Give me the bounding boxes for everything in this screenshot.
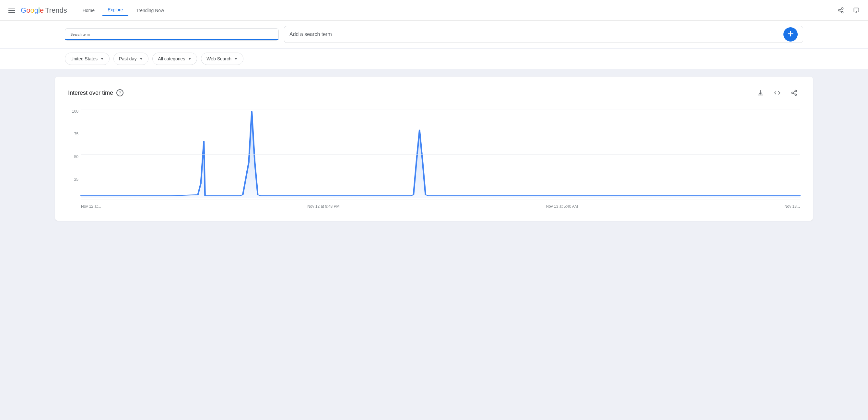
location-value: United States — [70, 56, 98, 61]
add-search-button[interactable] — [783, 27, 798, 41]
feedback-button[interactable] — [850, 4, 863, 17]
x-label-1: Nov 12 at... — [81, 204, 101, 209]
nav-home[interactable]: Home — [78, 5, 100, 16]
add-search-placeholder: Add a search term — [289, 31, 332, 37]
y-label-25: 25 — [74, 177, 79, 182]
grid-line-25 — [81, 177, 800, 177]
location-filter[interactable]: United States ▼ — [65, 53, 110, 65]
time-filter[interactable]: Past day ▼ — [114, 53, 149, 65]
main-nav: Home Explore Trending Now — [78, 4, 834, 16]
nav-trending-now[interactable]: Trending Now — [131, 5, 169, 16]
chart-container: 100 75 50 25 — [68, 109, 800, 213]
search-term-label: Search term — [70, 32, 273, 36]
svg-line-3 — [840, 11, 842, 12]
svg-point-8 — [795, 90, 797, 92]
download-button[interactable] — [754, 87, 766, 99]
logo-google-text: Google — [21, 6, 44, 15]
section-gap — [0, 69, 868, 77]
time-value: Past day — [119, 56, 136, 61]
x-label-4: Nov 13... — [784, 204, 800, 209]
help-question-mark: ? — [119, 90, 121, 95]
svg-point-0 — [842, 7, 843, 9]
svg-line-4 — [840, 9, 842, 10]
share-button[interactable] — [834, 4, 847, 17]
grid-line-50 — [81, 155, 800, 155]
search-area: Search term Add a search term — [0, 21, 868, 48]
nav-explore[interactable]: Explore — [102, 4, 128, 16]
menu-button[interactable] — [5, 4, 18, 17]
main-content: Search term Add a search term United Sta… — [0, 0, 868, 221]
category-value: All categories — [158, 56, 185, 61]
svg-point-9 — [792, 92, 794, 94]
help-icon[interactable]: ? — [116, 89, 123, 96]
svg-line-12 — [793, 91, 795, 92]
search-term-box[interactable]: Search term — [65, 28, 279, 40]
interest-over-time-card: Interest over time ? — [55, 77, 813, 221]
google-trends-logo[interactable]: Google Trends — [21, 6, 67, 15]
x-axis-labels: Nov 12 at... Nov 12 at 9:48 PM Nov 13 at… — [81, 200, 800, 213]
search-type-filter[interactable]: Web Search ▼ — [201, 53, 243, 65]
card-title: Interest over time — [68, 90, 113, 96]
y-axis-labels: 100 75 50 25 — [68, 109, 81, 200]
hamburger-icon — [8, 8, 15, 13]
svg-point-1 — [838, 9, 840, 11]
add-icon — [787, 30, 794, 39]
header-actions — [834, 4, 863, 17]
y-label-100: 100 — [72, 109, 79, 114]
svg-point-2 — [842, 11, 843, 13]
grid-line-100 — [81, 109, 800, 109]
card-actions — [754, 87, 800, 99]
card-header: Interest over time ? — [68, 87, 800, 99]
search-type-value: Web Search — [207, 56, 231, 61]
time-chevron: ▼ — [139, 56, 143, 61]
chart-svg-area — [81, 109, 800, 200]
share-chart-button[interactable] — [788, 87, 800, 99]
grid-line-75 — [81, 132, 800, 132]
svg-point-10 — [795, 94, 797, 95]
header: Google Trends Home Explore Trending Now — [0, 0, 868, 21]
category-filter[interactable]: All categories ▼ — [152, 53, 197, 65]
card-title-row: Interest over time ? — [68, 89, 123, 96]
location-chevron: ▼ — [100, 56, 104, 61]
x-label-2: Nov 12 at 9:48 PM — [307, 204, 339, 209]
add-search-box[interactable]: Add a search term — [284, 26, 803, 43]
embed-button[interactable] — [771, 87, 783, 99]
filters-area: United States ▼ Past day ▼ All categorie… — [0, 49, 868, 69]
x-label-3: Nov 13 at 5:40 AM — [546, 204, 578, 209]
y-label-75: 75 — [74, 132, 79, 136]
logo-trends-text: Trends — [45, 6, 67, 15]
category-chevron: ▼ — [188, 56, 191, 61]
search-term-underline — [65, 39, 278, 40]
search-type-chevron: ▼ — [234, 56, 238, 61]
y-label-50: 50 — [74, 155, 79, 159]
svg-line-11 — [793, 93, 795, 94]
